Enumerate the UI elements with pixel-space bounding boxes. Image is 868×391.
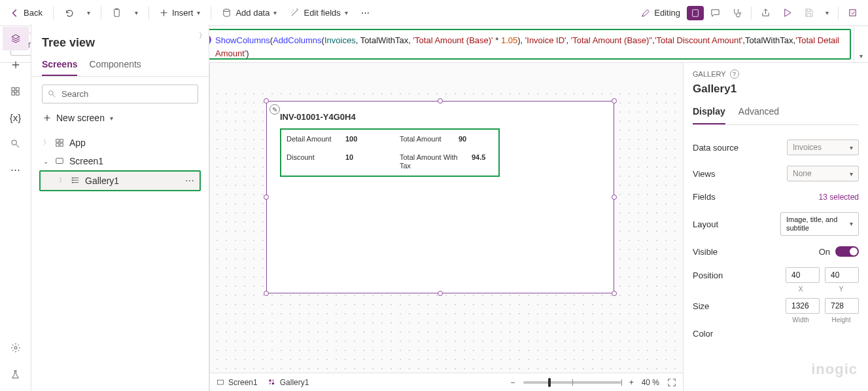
zoom-in-button[interactable]: + [629,378,634,387]
item-more-button[interactable]: ⋯ [185,176,196,186]
left-rail: {x} ⋯ [0,24,31,391]
save-more-button[interactable]: ▾ [820,7,834,19]
rail-insert-button[interactable] [3,53,29,77]
tab-components[interactable]: Components [89,54,141,76]
main-area: {x} ⋯ 〉 Tree view Screens Components Sea… [0,86,868,391]
expand-icon [667,378,676,387]
prop-label: Fields [693,192,716,202]
editing-label: Editing [654,8,680,18]
svg-rect-16 [56,143,59,146]
undo-button[interactable] [59,5,79,20]
edit-fields-button[interactable]: Edit fields ▾ [285,5,353,20]
resize-handle[interactable] [612,291,617,296]
chevron-right-icon: 〉 [43,138,50,147]
rail-search-button[interactable] [3,132,29,155]
position-x-field[interactable]: 40 [786,267,820,283]
svg-rect-8 [16,87,19,90]
rail-more-button[interactable]: ⋯ [3,158,29,181]
resize-handle[interactable] [264,195,269,200]
tree-item-screen1[interactable]: ⌄ Screen1 [34,152,206,170]
breadcrumb-screen[interactable]: Screen1 [217,378,258,387]
chevron-down-icon: ▾ [273,9,277,16]
collapse-panel-button[interactable]: 〉 [199,31,206,41]
position-y-field[interactable]: 40 [825,267,859,283]
height-field[interactable]: 728 [825,298,859,314]
visible-value: On [819,247,830,257]
plus-icon [11,60,20,69]
new-screen-button[interactable]: New screen ▾ [42,109,198,127]
layers-button[interactable] [687,6,704,20]
prop-label: Size [693,301,709,311]
width-field[interactable]: 1326 [786,298,820,314]
screen-icon [217,379,224,386]
publish-button[interactable] [842,5,863,20]
svg-point-12 [14,346,17,349]
rail-settings-button[interactable] [3,336,29,360]
rail-data-button[interactable] [3,79,29,103]
rail-tree-button[interactable] [3,27,29,50]
tab-advanced[interactable]: Advanced [738,102,779,124]
svg-rect-14 [56,140,59,142]
zoom-level: 40 % [642,378,659,387]
resize-handle[interactable] [438,291,443,296]
share-button[interactable] [755,5,776,20]
tree-item-label: Screen1 [69,156,103,166]
zoom-slider[interactable] [523,381,621,384]
fit-button[interactable] [667,378,676,387]
tree-item-app[interactable]: 〉 App [34,134,206,152]
play-icon [782,8,792,18]
canvas-inner[interactable]: ✎ INV-01001-Y4G0H4 Detail Amount100 Disc… [210,86,683,373]
breadcrumb-gallery[interactable]: Gallery1 [268,378,309,387]
discount-value: 10 [345,153,353,161]
tree-search-input[interactable]: Search [42,84,198,103]
overflow-button[interactable]: ⋯ [356,5,375,20]
gallery-card: INV-01001-Y4G0H4 Detail Amount100 Discou… [267,102,614,182]
separator [53,7,54,20]
formula-input[interactable]: ShowColumns(AddColumns(Invoices, TotalWi… [192,29,851,60]
slider-thumb[interactable] [548,378,551,387]
svg-rect-3 [693,9,699,16]
paste-button[interactable] [107,5,127,20]
resize-handle[interactable] [264,98,269,103]
preview-button[interactable] [777,5,797,20]
gallery-icon [71,176,80,185]
svg-rect-0 [114,9,120,16]
chevron-down-icon: ▾ [197,9,200,16]
save-button[interactable] [799,5,819,20]
layout-field[interactable]: Image, title, and subtitle▾ [780,212,859,236]
fields-edit-link[interactable]: 13 selected [819,193,859,202]
tab-display[interactable]: Display [693,102,725,124]
editing-button[interactable]: Editing [636,5,686,20]
back-button[interactable]: Back [5,5,48,20]
chevron-down-icon: ▾ [135,9,138,16]
undo-more-button[interactable]: ▾ [82,7,95,19]
resize-handle[interactable] [264,291,269,296]
chevron-down-icon: ▾ [825,9,829,16]
resize-handle[interactable] [612,195,617,200]
rail-test-button[interactable] [3,362,29,386]
paste-more-button[interactable]: ▾ [130,7,143,19]
rail-variables-button[interactable]: {x} [3,105,29,129]
prop-label: Visible [693,247,718,257]
zoom-out-button[interactable]: − [511,378,515,387]
resize-handle[interactable] [612,98,617,103]
data-source-field[interactable]: Invoices▾ [787,140,859,155]
resize-handle[interactable] [438,98,443,103]
properties-crumb: GALLERY ? [693,69,859,79]
tab-screens[interactable]: Screens [42,54,77,76]
wand-icon [290,8,300,18]
tree-item-gallery1[interactable]: 〉 Gallery1 ⋯ [41,172,200,190]
health-button[interactable] [727,5,747,20]
gallery-selection[interactable]: ✎ INV-01001-Y4G0H4 Detail Amount100 Disc… [266,101,614,293]
help-icon[interactable]: ? [730,69,739,79]
edit-template-button[interactable]: ✎ [269,104,280,115]
views-field[interactable]: None▾ [787,166,859,181]
visible-toggle[interactable] [835,246,859,257]
formula-expand-button[interactable]: ▾ [854,26,868,62]
flask-icon [10,369,20,379]
detail-amount-label: Detail Amount [286,135,336,143]
add-data-button[interactable]: Add data ▾ [217,5,282,20]
comments-button[interactable] [705,5,725,20]
card-fields: Detail Amount100 Discount10 Total Amount… [280,128,500,177]
insert-button[interactable]: Insert ▾ [154,5,206,20]
